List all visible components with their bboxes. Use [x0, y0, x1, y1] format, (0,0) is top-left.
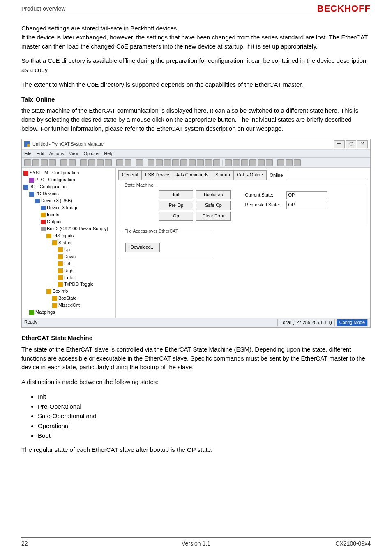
page-footer: 22 Version 1.1 CX2100-09x4	[21, 537, 371, 547]
para-4: The extent to which the CoE directory is…	[21, 80, 371, 89]
copy-icon[interactable]	[88, 159, 95, 166]
states-list: Init Pre-Operational Safe-Operational an…	[21, 392, 371, 440]
tree-image[interactable]: Device 3-Image	[47, 205, 78, 211]
save-icon[interactable]	[49, 159, 56, 166]
toolbar	[22, 158, 370, 168]
var-icon	[58, 282, 63, 287]
io-icon	[23, 185, 28, 190]
file-access-group: File Access over EtherCAT Download...	[120, 231, 211, 257]
menu-actions[interactable]: Actions	[49, 150, 64, 157]
separator	[275, 160, 275, 166]
tree-device3[interactable]: Device 3 (USB)	[41, 198, 72, 204]
dis-icon	[46, 234, 51, 238]
tab-online[interactable]: Online	[266, 171, 287, 180]
tree-up[interactable]: Up	[64, 247, 70, 253]
separator	[58, 160, 58, 166]
tool10-icon[interactable]	[225, 159, 232, 166]
tool9-icon[interactable]	[213, 159, 220, 166]
tool17-icon[interactable]	[286, 159, 293, 166]
tool13-icon[interactable]	[249, 159, 256, 166]
tree-plc[interactable]: PLC - Configuration	[35, 177, 75, 183]
open-icon[interactable]	[32, 159, 39, 166]
tool2-icon[interactable]	[156, 159, 163, 166]
close-button[interactable]: ✕	[357, 140, 368, 148]
init-button[interactable]: Init	[159, 190, 193, 199]
preview-icon[interactable]	[69, 159, 76, 166]
help-icon[interactable]	[294, 159, 301, 166]
paste2-icon[interactable]	[105, 159, 112, 166]
tool3-icon[interactable]	[164, 159, 171, 166]
tree-io[interactable]: I/O - Configuration	[30, 184, 67, 190]
tab-ads[interactable]: Ads Commands	[173, 170, 212, 180]
tree-right[interactable]: Right	[64, 268, 75, 274]
var-icon	[58, 275, 63, 280]
tool8-icon[interactable]	[205, 159, 212, 166]
outputs-icon	[41, 220, 46, 224]
tree-enter[interactable]: Enter	[64, 275, 75, 281]
paste-icon[interactable]	[97, 159, 104, 166]
tree-outputs[interactable]: Outputs	[47, 219, 63, 225]
cut-icon[interactable]	[80, 159, 87, 166]
list-item: Boot	[38, 431, 371, 440]
tool7-icon[interactable]	[197, 159, 204, 166]
tree-system[interactable]: SYSTEM - Configuration	[30, 170, 79, 176]
box-icon	[41, 227, 46, 231]
reload-icon[interactable]	[125, 159, 131, 166]
tool12-icon[interactable]	[241, 159, 248, 166]
tree-dis[interactable]: DIS Inputs	[53, 233, 74, 239]
tree-left[interactable]: Left	[64, 261, 71, 267]
op-button[interactable]: Op	[159, 212, 193, 221]
tree-txpdo[interactable]: TxPDO Toggle	[64, 281, 93, 288]
brand-logo: BECKHOFF	[317, 3, 371, 14]
tool6-icon[interactable]	[189, 159, 196, 166]
download-button[interactable]: Download...	[125, 243, 160, 252]
tree-devices[interactable]: I/O Devices	[35, 191, 59, 197]
tree-boxinfo[interactable]: BoxInfo	[53, 288, 68, 295]
menu-help[interactable]: Help	[104, 150, 113, 157]
preop-button[interactable]: Pre-Op	[159, 201, 193, 210]
var-icon	[58, 254, 63, 259]
window-titlebar: Untitled - TwinCAT System Manager — ▢ ✕	[22, 139, 370, 150]
para-8: The regular state of each EtherCAT slave…	[21, 445, 371, 454]
tree-box2[interactable]: Box 2 (CX2100 Power Supply)	[47, 226, 108, 232]
tab-startup[interactable]: Startup	[212, 170, 233, 180]
menu-file[interactable]: File	[24, 150, 32, 157]
tool4-icon[interactable]	[172, 159, 179, 166]
minimize-button[interactable]: —	[334, 140, 345, 148]
tab-online-heading: Tab: Online	[21, 95, 371, 104]
maximize-button[interactable]: ▢	[346, 140, 356, 148]
tab-coe-online[interactable]: CoE - Online	[233, 170, 267, 180]
tree-inputs[interactable]: Inputs	[47, 212, 59, 218]
tool5-icon[interactable]	[180, 159, 187, 166]
tool1-icon[interactable]	[148, 159, 154, 166]
status-local: Local (127.255.255.1.1.1)	[277, 319, 334, 326]
bootstrap-button[interactable]: Bootstrap	[196, 190, 231, 199]
find-icon[interactable]	[116, 159, 123, 166]
para-5: the state machine of the EtherCAT commun…	[21, 106, 371, 133]
tree-status[interactable]: Status	[58, 240, 71, 246]
status-bar: Ready Local (127.255.255.1.1.1) Config M…	[22, 318, 370, 327]
tab-general[interactable]: General	[118, 170, 142, 180]
tool15-icon[interactable]	[266, 159, 273, 166]
open2-icon[interactable]	[41, 159, 48, 166]
tool16-icon[interactable]	[277, 159, 284, 166]
mappings-icon	[29, 310, 34, 315]
print-icon[interactable]	[60, 159, 67, 166]
tool11-icon[interactable]	[233, 159, 240, 166]
tree-missed[interactable]: MissedCnt	[58, 302, 80, 309]
menu-view[interactable]: View	[69, 150, 79, 157]
new-icon[interactable]	[24, 159, 31, 166]
menu-options[interactable]: Options	[83, 150, 99, 157]
para-7: A distinction is made between the follow…	[21, 377, 371, 386]
para-6: The state of the EtherCAT slave is contr…	[21, 345, 371, 372]
devices-icon	[29, 192, 34, 197]
tree-down[interactable]: Down	[64, 254, 76, 260]
clearerror-button[interactable]: Clear Error	[196, 212, 231, 221]
tool14-icon[interactable]	[258, 159, 265, 166]
device-icon[interactable]	[136, 159, 143, 166]
safeop-button[interactable]: Safe-Op	[196, 201, 231, 210]
tree-mappings[interactable]: Mappings	[35, 309, 55, 316]
tab-esb-device[interactable]: ESB Device	[141, 170, 173, 180]
menu-edit[interactable]: Edit	[37, 150, 44, 157]
tree-boxstate[interactable]: BoxState	[58, 295, 77, 302]
